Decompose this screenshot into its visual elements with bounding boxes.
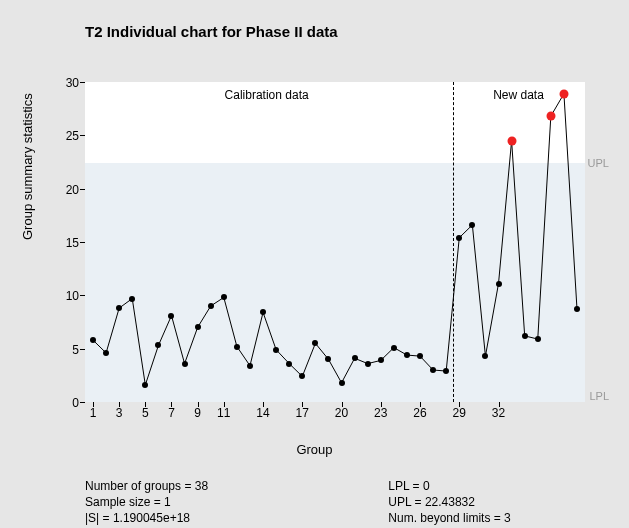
- data-point: [352, 355, 358, 361]
- x-tick-label: 14: [256, 406, 269, 420]
- x-tick-label: 1: [90, 406, 97, 420]
- data-point: [299, 373, 305, 379]
- x-tick-mark: [171, 402, 172, 407]
- data-point: [260, 309, 266, 315]
- data-point: [286, 361, 292, 367]
- chart-container: T2 Individual chart for Phase II data 05…: [0, 0, 629, 528]
- y-tick-mark: [80, 242, 85, 243]
- data-point: [469, 222, 475, 228]
- x-tick-mark: [263, 402, 264, 407]
- x-tick-mark: [119, 402, 120, 407]
- x-tick-label: 5: [142, 406, 149, 420]
- upl-label: UPL: [588, 157, 609, 169]
- x-tick-mark: [459, 402, 460, 407]
- data-point: [221, 294, 227, 300]
- data-point: [378, 357, 384, 363]
- region-calibration-label: Calibration data: [225, 88, 309, 102]
- x-tick-label: 3: [116, 406, 123, 420]
- y-tick-label: 15: [49, 236, 79, 250]
- chart-title: T2 Individual chart for Phase II data: [85, 23, 338, 40]
- data-point: [142, 382, 148, 388]
- x-tick-mark: [145, 402, 146, 407]
- y-tick-label: 20: [49, 183, 79, 197]
- stat-upl: UPL = 22.43832: [388, 494, 588, 510]
- data-point: [391, 345, 397, 351]
- stat-detS: |S| = 1.190045e+18: [85, 510, 385, 526]
- x-tick-mark: [302, 402, 303, 407]
- footer-stats: Number of groups = 38 Sample size = 1 |S…: [85, 478, 588, 526]
- x-tick-label: 29: [453, 406, 466, 420]
- stat-lpl: LPL = 0: [388, 478, 588, 494]
- data-point: [430, 367, 436, 373]
- stat-beyond: Num. beyond limits = 3: [388, 510, 588, 526]
- data-point: [208, 303, 214, 309]
- region-newdata-label: New data: [493, 88, 544, 102]
- y-tick-mark: [80, 189, 85, 190]
- out-of-limit-point: [546, 112, 555, 121]
- data-point: [155, 342, 161, 348]
- x-tick-mark: [381, 402, 382, 407]
- data-point: [312, 340, 318, 346]
- y-tick-label: 5: [49, 343, 79, 357]
- data-point: [496, 281, 502, 287]
- x-axis-label: Group: [0, 442, 629, 457]
- x-tick-mark: [499, 402, 500, 407]
- out-of-limit-point: [559, 89, 568, 98]
- data-point: [273, 347, 279, 353]
- stat-ssize: Sample size = 1: [85, 494, 385, 510]
- x-tick-mark: [420, 402, 421, 407]
- x-tick-label: 11: [217, 406, 230, 420]
- x-tick-label: 26: [413, 406, 426, 420]
- lpl-label: LPL: [589, 390, 609, 402]
- data-point: [365, 361, 371, 367]
- x-tick-label: 17: [296, 406, 309, 420]
- y-tick-label: 30: [49, 76, 79, 90]
- y-axis-label: Group summary statistics: [20, 93, 35, 240]
- data-point: [339, 380, 345, 386]
- data-point: [404, 352, 410, 358]
- plot-area: [85, 82, 585, 402]
- data-point: [443, 368, 449, 374]
- data-point: [535, 336, 541, 342]
- x-tick-label: 23: [374, 406, 387, 420]
- y-tick-mark: [80, 402, 85, 403]
- series-line: [85, 82, 585, 402]
- stat-ngroups: Number of groups = 38: [85, 478, 385, 494]
- data-point: [129, 296, 135, 302]
- out-of-limit-point: [507, 136, 516, 145]
- x-tick-label: 32: [492, 406, 505, 420]
- x-tick-mark: [93, 402, 94, 407]
- data-point: [168, 313, 174, 319]
- x-tick-label: 7: [168, 406, 175, 420]
- data-point: [247, 363, 253, 369]
- x-tick-mark: [224, 402, 225, 407]
- data-point: [90, 337, 96, 343]
- data-point: [456, 235, 462, 241]
- data-point: [116, 305, 122, 311]
- x-tick-label: 9: [194, 406, 201, 420]
- y-tick-label: 0: [49, 396, 79, 410]
- data-point: [325, 356, 331, 362]
- y-tick-mark: [80, 135, 85, 136]
- x-tick-mark: [342, 402, 343, 407]
- y-tick-mark: [80, 295, 85, 296]
- data-point: [195, 324, 201, 330]
- y-tick-mark: [80, 82, 85, 83]
- data-point: [574, 306, 580, 312]
- data-point: [417, 353, 423, 359]
- y-tick-label: 10: [49, 289, 79, 303]
- data-point: [103, 350, 109, 356]
- y-tick-label: 25: [49, 129, 79, 143]
- data-point: [182, 361, 188, 367]
- data-point: [482, 353, 488, 359]
- data-point: [522, 333, 528, 339]
- x-tick-mark: [198, 402, 199, 407]
- x-tick-label: 20: [335, 406, 348, 420]
- data-point: [234, 344, 240, 350]
- y-tick-mark: [80, 349, 85, 350]
